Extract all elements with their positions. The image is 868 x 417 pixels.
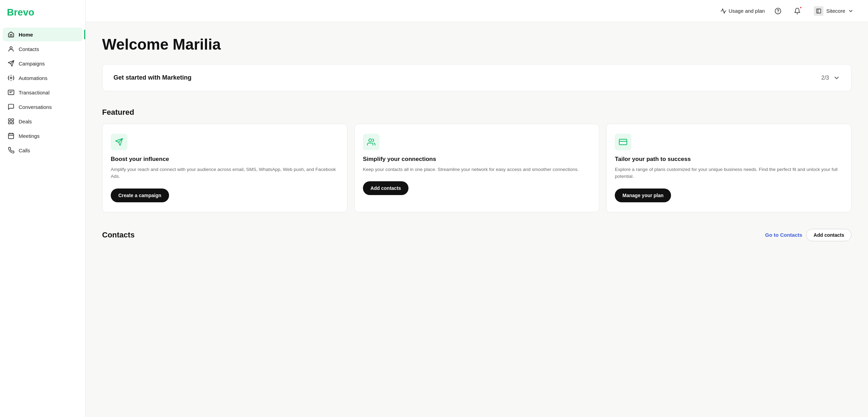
contacts-section-header: Contacts Go to Contacts Add contacts bbox=[102, 229, 851, 241]
contacts-icon bbox=[8, 45, 14, 52]
help-button[interactable] bbox=[772, 5, 784, 17]
feature-card-boost: Boost your influence Amplify your reach … bbox=[102, 124, 347, 212]
sidebar-item-contacts[interactable]: Contacts bbox=[3, 42, 82, 56]
building-icon bbox=[816, 8, 821, 14]
logo: Brevo bbox=[0, 7, 85, 28]
featured-title: Featured bbox=[102, 108, 851, 117]
users-icon bbox=[367, 138, 375, 146]
sidebar-item-label-contacts: Contacts bbox=[19, 46, 39, 52]
simplify-icon-wrap bbox=[363, 134, 379, 150]
home-icon bbox=[8, 31, 14, 38]
create-campaign-button[interactable]: Create a campaign bbox=[111, 189, 169, 202]
get-started-right: 2/3 bbox=[821, 74, 840, 81]
notifications-button[interactable] bbox=[791, 5, 803, 17]
svg-rect-8 bbox=[12, 122, 14, 124]
get-started-card[interactable]: Get started with Marketing 2/3 bbox=[102, 64, 851, 91]
account-name: Sitecore bbox=[826, 8, 845, 14]
main-content: Usage and plan Sitecore bbox=[86, 0, 868, 417]
tailor-card-desc: Explore a range of plans customized for … bbox=[615, 166, 843, 180]
header: Usage and plan Sitecore bbox=[86, 0, 868, 22]
svg-rect-6 bbox=[12, 119, 14, 121]
usage-label: Usage and plan bbox=[729, 8, 765, 14]
svg-rect-20 bbox=[619, 139, 627, 145]
boost-card-title: Boost your influence bbox=[111, 156, 339, 163]
activity-icon bbox=[720, 8, 727, 14]
sidebar-item-label-transactional: Transactional bbox=[19, 90, 50, 95]
chevron-down-icon-card bbox=[833, 74, 840, 81]
feature-card-tailor: Tailor your path to success Explore a ra… bbox=[606, 124, 851, 212]
sidebar-item-label-home: Home bbox=[19, 32, 33, 38]
feature-card-simplify: Simplify your connections Keep your cont… bbox=[354, 124, 600, 212]
manage-plan-button[interactable]: Manage your plan bbox=[615, 189, 671, 202]
svg-rect-5 bbox=[9, 119, 11, 121]
svg-point-19 bbox=[369, 139, 372, 142]
sidebar-item-home[interactable]: Home bbox=[3, 28, 82, 41]
sidebar-item-deals[interactable]: Deals bbox=[3, 114, 82, 128]
tailor-icon-wrap bbox=[615, 134, 631, 150]
featured-grid: Boost your influence Amplify your reach … bbox=[102, 124, 851, 212]
sidebar-item-conversations[interactable]: Conversations bbox=[3, 100, 82, 114]
contacts-actions: Go to Contacts Add contacts bbox=[765, 229, 851, 241]
automations-icon bbox=[8, 74, 14, 81]
sidebar-item-meetings[interactable]: Meetings bbox=[3, 129, 82, 143]
credit-card-icon bbox=[619, 138, 627, 146]
campaigns-icon bbox=[8, 60, 14, 67]
svg-rect-7 bbox=[9, 122, 11, 124]
transactional-icon bbox=[8, 89, 14, 96]
conversations-icon bbox=[8, 103, 14, 110]
usage-and-plan-button[interactable]: Usage and plan bbox=[720, 8, 765, 14]
get-started-title: Get started with Marketing bbox=[114, 74, 191, 81]
add-contacts-outline-button[interactable]: Add contacts bbox=[806, 229, 851, 241]
simplify-card-desc: Keep your contacts all in one place. Str… bbox=[363, 166, 591, 173]
account-icon bbox=[814, 6, 823, 16]
sidebar-item-label-automations: Automations bbox=[19, 75, 47, 81]
send-icon bbox=[115, 138, 123, 146]
sidebar-nav: Home Contacts Campaigns bbox=[0, 28, 85, 157]
boost-card-desc: Amplify your reach and connect with your… bbox=[111, 166, 339, 180]
tailor-card-title: Tailor your path to success bbox=[615, 156, 843, 163]
account-menu[interactable]: Sitecore bbox=[810, 4, 857, 18]
sidebar-item-campaigns[interactable]: Campaigns bbox=[3, 57, 82, 70]
sidebar: Brevo Home Contacts bbox=[0, 0, 86, 417]
notification-badge bbox=[799, 6, 802, 9]
help-icon bbox=[775, 8, 781, 14]
go-to-contacts-button[interactable]: Go to Contacts bbox=[765, 232, 802, 238]
sidebar-item-label-calls: Calls bbox=[19, 148, 30, 153]
sidebar-item-calls[interactable]: Calls bbox=[3, 143, 82, 157]
sidebar-item-label-meetings: Meetings bbox=[19, 133, 40, 139]
svg-point-3 bbox=[10, 77, 12, 79]
svg-point-0 bbox=[10, 47, 12, 49]
sidebar-item-label-campaigns: Campaigns bbox=[19, 61, 45, 67]
add-contacts-button[interactable]: Add contacts bbox=[363, 181, 409, 195]
calls-icon bbox=[8, 147, 14, 154]
get-started-progress: 2/3 bbox=[821, 75, 829, 81]
page-body: Welcome Marilia Get started with Marketi… bbox=[86, 22, 868, 258]
boost-icon-wrap bbox=[111, 134, 127, 150]
sidebar-item-transactional[interactable]: Transactional bbox=[3, 85, 82, 99]
sidebar-item-label-conversations: Conversations bbox=[19, 104, 52, 110]
sidebar-item-automations[interactable]: Automations bbox=[3, 71, 82, 85]
svg-rect-15 bbox=[817, 9, 821, 13]
chevron-down-icon bbox=[848, 8, 854, 14]
simplify-card-title: Simplify your connections bbox=[363, 156, 591, 163]
welcome-title: Welcome Marilia bbox=[102, 36, 851, 53]
svg-rect-9 bbox=[9, 133, 14, 139]
contacts-title: Contacts bbox=[102, 231, 135, 240]
sidebar-item-label-deals: Deals bbox=[19, 119, 32, 124]
meetings-icon bbox=[8, 132, 14, 139]
deals-icon bbox=[8, 118, 14, 125]
